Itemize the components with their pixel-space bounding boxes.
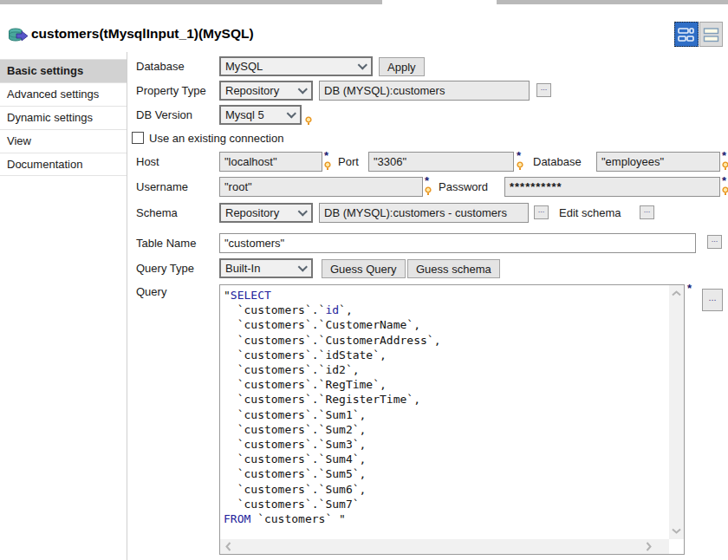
password-field[interactable]: ********** bbox=[504, 177, 720, 197]
schema-select[interactable]: Repository bbox=[219, 203, 313, 223]
username-label: Username bbox=[136, 177, 188, 197]
required-marker: * bbox=[722, 151, 728, 173]
chevron-down-icon bbox=[298, 262, 308, 271]
port-field[interactable]: "3306" bbox=[368, 152, 514, 172]
mysql-input-component-icon bbox=[9, 28, 29, 46]
layout-grid-view-button[interactable] bbox=[674, 22, 699, 47]
required-marker: * bbox=[722, 176, 728, 199]
hint-bulb-icon bbox=[324, 161, 331, 171]
hint-bulb-icon bbox=[722, 161, 728, 171]
rows-view-icon bbox=[702, 25, 720, 44]
sidebar-item-view[interactable]: View bbox=[0, 129, 127, 153]
edit-schema-label: Edit schema bbox=[559, 203, 621, 223]
scroll-down-icon[interactable] bbox=[672, 528, 681, 534]
scroll-up-icon[interactable] bbox=[672, 290, 681, 296]
property-browse-button[interactable]: ... bbox=[536, 83, 551, 97]
query-editor[interactable]: "SELECT `customers`.`id`, `customers`.`C… bbox=[219, 284, 685, 555]
edit-schema-button[interactable]: ... bbox=[640, 205, 654, 219]
hint-bulb-icon bbox=[425, 186, 432, 196]
guess-query-button[interactable]: Guess Query bbox=[322, 259, 406, 278]
hint-bulb-icon bbox=[305, 115, 312, 128]
schema-label: Schema bbox=[136, 203, 178, 223]
host-label: Host bbox=[136, 152, 159, 172]
required-marker: * bbox=[517, 151, 525, 173]
grid-view-icon bbox=[677, 26, 696, 43]
port-label: Port bbox=[338, 152, 359, 172]
database-select[interactable]: MySQL bbox=[219, 56, 373, 76]
db-version-label: DB Version bbox=[136, 105, 192, 125]
database-name-label: Database bbox=[533, 152, 582, 172]
query-text[interactable]: "SELECT `customers`.`id`, `customers`.`C… bbox=[224, 288, 666, 537]
table-name-label: Table Name bbox=[136, 233, 196, 253]
existing-connection-label: Use an existing connection bbox=[149, 128, 283, 148]
required-asterisk: * bbox=[687, 283, 692, 293]
required-asterisk: * bbox=[722, 176, 728, 186]
sidebar-item-dynamic-settings[interactable]: Dynamic settings bbox=[0, 106, 127, 129]
query-type-select[interactable]: Built-In bbox=[219, 258, 313, 278]
property-type-select[interactable]: Repository bbox=[219, 81, 313, 101]
property-type-label: Property Type bbox=[136, 81, 206, 101]
query-browse-button[interactable]: ... bbox=[702, 289, 723, 311]
required-asterisk: * bbox=[425, 176, 433, 186]
schema-repository-field[interactable]: DB (MYSQL):customers - customers bbox=[319, 203, 529, 223]
table-name-browse-button[interactable]: ... bbox=[707, 235, 722, 249]
chevron-down-icon bbox=[298, 206, 308, 216]
existing-connection-checkbox[interactable] bbox=[132, 132, 144, 144]
component-settings-panel: customers(tMysqlInput_1)(MySQL) Basic se… bbox=[0, 0, 728, 560]
table-name-field[interactable]: "customers" bbox=[219, 233, 696, 253]
sidebar-item-advanced-settings[interactable]: Advanced settings bbox=[0, 82, 127, 106]
scroll-left-icon[interactable] bbox=[225, 542, 231, 551]
hint-bulb-icon bbox=[517, 161, 523, 171]
db-version-select[interactable]: Mysql 5 bbox=[219, 105, 302, 125]
top-tab-strip-left bbox=[0, 0, 382, 4]
required-marker: * bbox=[425, 176, 433, 199]
page-title: customers(tMysqlInput_1)(MySQL) bbox=[31, 26, 254, 42]
property-repository-field[interactable]: DB (MYSQL):customers bbox=[319, 81, 530, 101]
chevron-down-icon bbox=[358, 60, 367, 69]
query-type-label: Query Type bbox=[136, 258, 194, 278]
guess-schema-button[interactable]: Guess schema bbox=[407, 259, 500, 278]
query-vertical-scrollbar[interactable] bbox=[669, 285, 684, 539]
query-horizontal-scrollbar[interactable] bbox=[220, 539, 669, 554]
query-label: Query bbox=[136, 282, 166, 302]
sidebar-divider bbox=[127, 52, 127, 560]
host-field[interactable]: "localhost" bbox=[219, 152, 322, 172]
hint-bulb-icon bbox=[722, 186, 728, 196]
required-marker: * bbox=[324, 151, 333, 173]
scroll-right-icon[interactable] bbox=[646, 542, 652, 551]
chevron-down-icon bbox=[298, 84, 308, 94]
database-name-field[interactable]: "employees" bbox=[596, 152, 720, 172]
layout-rows-view-button[interactable] bbox=[699, 22, 723, 47]
database-label: Database bbox=[136, 56, 185, 76]
required-asterisk: * bbox=[324, 151, 333, 160]
required-asterisk: * bbox=[722, 151, 728, 160]
password-label: Password bbox=[439, 177, 488, 197]
sidebar-item-basic-settings[interactable]: Basic settings bbox=[0, 59, 127, 82]
chevron-down-icon bbox=[287, 108, 296, 118]
top-tab-strip-right bbox=[497, 0, 728, 4]
required-asterisk: * bbox=[517, 151, 525, 160]
username-field[interactable]: "root" bbox=[219, 177, 423, 197]
apply-button[interactable]: Apply bbox=[379, 57, 425, 76]
schema-browse-button[interactable]: ... bbox=[534, 205, 549, 219]
sidebar-item-documentation[interactable]: Documentation bbox=[0, 153, 127, 176]
